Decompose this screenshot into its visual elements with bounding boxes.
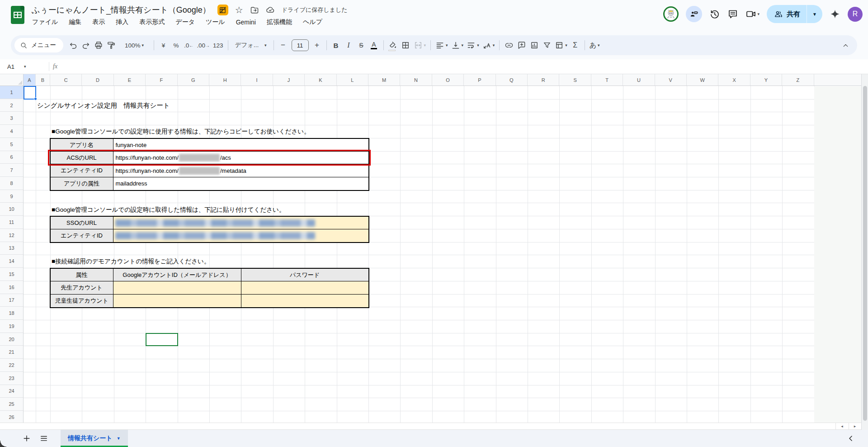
share-dropdown-caret[interactable]: ▼ — [807, 5, 822, 23]
menu-insert[interactable]: 挿入 — [113, 17, 132, 27]
menu-extensions[interactable]: 拡張機能 — [264, 17, 295, 27]
row-header-21[interactable]: 21 — [0, 346, 23, 359]
column-header-U[interactable]: U — [623, 74, 655, 86]
row-header-22[interactable]: 22 — [0, 359, 23, 372]
gemini-sparkle-icon[interactable] — [830, 9, 840, 19]
decrease-font-size-button[interactable]: − — [277, 38, 289, 52]
row-header-8[interactable]: 8 — [0, 177, 23, 190]
collaborator-avatar[interactable] — [663, 6, 679, 22]
collapse-panel-icon[interactable] — [846, 430, 855, 447]
vertical-scroll-thumb[interactable] — [863, 86, 867, 421]
sheet-doc-title[interactable]: シングルサインオン設定用 情報共有シート — [37, 99, 170, 112]
horizontal-align-button[interactable]: ▾ — [434, 38, 449, 52]
password-header[interactable]: パスワード — [241, 269, 368, 281]
selected-cell-a1[interactable] — [24, 86, 36, 100]
teacher-password-cell[interactable] — [241, 281, 368, 294]
format-currency-button[interactable]: ¥ — [157, 38, 170, 52]
functions-button[interactable]: Σ — [569, 38, 581, 52]
column-header-A[interactable]: A — [24, 74, 36, 86]
row-header-10[interactable]: 10 — [0, 203, 23, 216]
column-header-H[interactable]: H — [209, 74, 241, 86]
section3-heading[interactable]: ■接続確認用のデモアカウントの情報をご記入ください。 — [52, 255, 210, 268]
more-formats-button[interactable]: 123 — [212, 38, 225, 52]
column-header-Q[interactable]: Q — [496, 74, 528, 86]
presence-blur-icon[interactable] — [686, 6, 702, 22]
row-header-15[interactable]: 15 — [0, 268, 23, 281]
table-views-button[interactable]: ▾ — [553, 38, 569, 52]
text-rotation-button[interactable]: ▾ — [481, 38, 496, 52]
row-header-18[interactable]: 18 — [0, 307, 23, 320]
column-header-X[interactable]: X — [718, 74, 750, 86]
column-header-K[interactable]: K — [305, 74, 336, 86]
menu-data[interactable]: データ — [172, 17, 198, 27]
format-percent-button[interactable]: % — [170, 38, 182, 52]
column-header-V[interactable]: V — [655, 74, 687, 86]
row-header-12[interactable]: 12 — [0, 229, 23, 242]
acs-url-highlight-box[interactable] — [48, 150, 371, 166]
column-header-N[interactable]: N — [400, 74, 432, 86]
account-id-header[interactable]: GoogleアカウントID（メールアドレス） — [113, 269, 241, 281]
menu-file[interactable]: ファイル — [29, 17, 61, 27]
row-header-16[interactable]: 16 — [0, 281, 23, 294]
print-button[interactable] — [93, 38, 105, 52]
column-header-F[interactable]: F — [146, 74, 177, 86]
sheets-logo-icon[interactable] — [11, 6, 24, 24]
bold-button[interactable]: B — [330, 38, 342, 52]
vertical-scrollbar[interactable] — [861, 74, 868, 430]
toolbar-search[interactable]: メニュー — [14, 38, 63, 52]
borders-button[interactable] — [400, 38, 412, 52]
row-header-19[interactable]: 19 — [0, 320, 23, 333]
row-header-23[interactable]: 23 — [0, 372, 23, 385]
teacher-account-label[interactable]: 先生アカウント — [51, 281, 113, 294]
column-header-D[interactable]: D — [82, 74, 113, 86]
paint-format-button[interactable] — [105, 38, 118, 52]
fill-handle[interactable] — [34, 97, 37, 100]
column-header-J[interactable]: J — [273, 74, 305, 86]
student-account-id-cell[interactable] — [113, 295, 241, 307]
move-to-folder-icon[interactable] — [250, 5, 259, 14]
entity-id-value[interactable]: https://funyan-note.com//metadata — [113, 164, 368, 177]
input-method-button[interactable]: あ▾ — [588, 38, 601, 52]
column-header-C[interactable]: C — [50, 74, 82, 86]
version-history-icon[interactable] — [709, 9, 720, 19]
share-button[interactable]: 共有 ▼ — [767, 5, 822, 23]
row-header-25[interactable]: 25 — [0, 398, 23, 411]
attr-header[interactable]: 属性 — [51, 269, 113, 281]
decrease-decimal-button[interactable]: .0← — [183, 38, 195, 52]
column-header-S[interactable]: S — [559, 74, 591, 86]
section1-heading[interactable]: ■Google管理コンソールでの設定時に使用する情報は、下記からコピーしてお使い… — [52, 125, 310, 138]
insert-comment-button[interactable] — [515, 38, 528, 52]
column-header-R[interactable]: R — [528, 74, 559, 86]
sso-url-value[interactable] — [113, 217, 368, 229]
row-header-3[interactable]: 3 — [0, 112, 23, 125]
menu-help[interactable]: ヘルプ — [300, 17, 326, 27]
insert-chart-button[interactable] — [528, 38, 540, 52]
undo-button[interactable] — [67, 38, 80, 52]
entity-id-label[interactable]: エンティティID — [51, 164, 113, 177]
comments-icon[interactable] — [727, 9, 738, 19]
row-header-9[interactable]: 9 — [0, 190, 23, 203]
app-attribute-label[interactable]: アプリの属性 — [51, 177, 113, 190]
row-header-13[interactable]: 13 — [0, 242, 23, 255]
horizontal-scrollbar[interactable]: ◂ ▸ — [0, 423, 861, 430]
row-header-20[interactable]: 20 — [0, 333, 23, 346]
select-all-corner[interactable] — [0, 74, 24, 86]
meet-camera-button[interactable]: ▾ — [745, 9, 760, 19]
document-title[interactable]: ふぅーにゃんノート_情報共有シート（Google） — [32, 5, 211, 15]
row-header-7[interactable]: 7 — [0, 164, 23, 177]
column-header-B[interactable]: B — [36, 74, 50, 86]
column-header-M[interactable]: M — [368, 74, 400, 86]
fill-color-button[interactable] — [387, 38, 399, 52]
increase-decimal-button[interactable]: .00→ — [195, 38, 211, 52]
menu-tools[interactable]: ツール — [203, 17, 228, 27]
column-header-I[interactable]: I — [241, 74, 273, 86]
student-password-cell[interactable] — [241, 295, 368, 307]
insert-link-button[interactable] — [503, 38, 515, 52]
row-header-2[interactable]: 2 — [0, 99, 23, 112]
star-icon[interactable]: ☆ — [235, 5, 243, 14]
redo-button[interactable] — [80, 38, 92, 52]
menu-view[interactable]: 表示 — [89, 17, 108, 27]
italic-button[interactable]: I — [343, 38, 355, 52]
row-header-17[interactable]: 17 — [0, 294, 23, 307]
column-header-W[interactable]: W — [687, 74, 718, 86]
